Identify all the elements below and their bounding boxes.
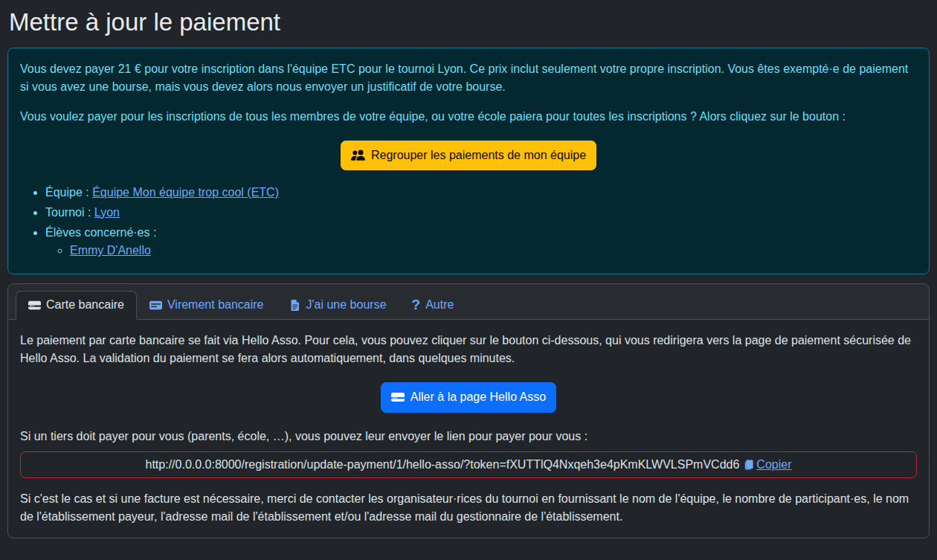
group-payments-button[interactable]: Regrouper les paiements de mon équipe (341, 141, 596, 170)
tab-autre-label: Autre (425, 298, 454, 312)
tab-jai-une-bourse[interactable]: J'ai une bourse (277, 291, 399, 320)
list-item-students: Élèves concerné·es : Emmy D'Anello (45, 224, 917, 261)
helloasso-button-row: Aller à la page Hello Asso (20, 382, 917, 412)
helloasso-button-label: Aller à la page Hello Asso (410, 389, 546, 405)
tab-carte-bancaire-label: Carte bancaire (46, 298, 124, 312)
credit-card-icon (391, 390, 405, 404)
group-payments-button-label: Regrouper les paiements de mon équipe (371, 147, 586, 164)
copy-link[interactable]: Copier (743, 458, 791, 472)
students-sublist: Emmy D'Anello (45, 242, 917, 260)
question-mark-icon (412, 297, 421, 312)
payment-link-url: http://0.0.0.0:8000/registration/update-… (146, 458, 740, 472)
credit-card-icon (28, 299, 41, 312)
bank-transfer-icon (149, 299, 162, 312)
student-link[interactable]: Emmy D'Anello (70, 244, 151, 257)
group-button-row: Regrouper les paiements de mon équipe (20, 141, 917, 170)
team-link[interactable]: Équipe Mon équipe trop cool (ETC) (92, 186, 279, 199)
alert-paragraph-group: Vous voulez payer pour les inscriptions … (20, 108, 917, 126)
payment-info-alert: Vous devez payer 21 € pour votre inscrip… (7, 48, 930, 275)
payment-methods-card: Carte bancaire Virement bancaire (7, 283, 930, 538)
team-label: Équipe : (45, 186, 89, 199)
copy-icon (743, 459, 754, 471)
list-item-team: Équipe : Équipe Mon équipe trop cool (ET… (45, 184, 917, 202)
panel-paragraph-helloasso: Le paiement par carte bancaire se fait v… (20, 332, 917, 367)
page-title: Mettre à jour le paiement (9, 7, 928, 37)
tab-virement-bancaire-label: Virement bancaire (167, 298, 264, 312)
tab-carte-bancaire[interactable]: Carte bancaire (16, 291, 137, 320)
tab-jai-une-bourse-label: J'ai une bourse (306, 298, 387, 312)
list-item-student: Emmy D'Anello (70, 242, 917, 260)
alert-paragraph-price: Vous devez payer 21 € pour votre inscrip… (20, 60, 917, 96)
people-group-icon (351, 148, 365, 162)
payment-method-tabs: Carte bancaire Virement bancaire (8, 284, 929, 320)
document-icon (289, 299, 301, 312)
tab-autre[interactable]: Autre (399, 290, 467, 320)
tab-virement-bancaire[interactable]: Virement bancaire (137, 291, 277, 320)
students-label: Élèves concerné·es : (45, 226, 156, 239)
page: Mettre à jour le paiement Vous devez pay… (0, 0, 937, 560)
tournament-label: Tournoi : (45, 206, 91, 219)
panel-paragraph-third-party: Si un tiers doit payer pour vous (parent… (20, 428, 917, 445)
payment-link-box: http://0.0.0.0:8000/registration/update-… (20, 451, 917, 478)
copy-link-label: Copier (756, 458, 791, 472)
registration-info-list: Équipe : Équipe Mon équipe trop cool (ET… (20, 184, 917, 260)
list-item-tournament: Tournoi : Lyon (45, 204, 917, 222)
carte-bancaire-panel: Le paiement par carte bancaire se fait v… (8, 320, 929, 537)
tournament-link[interactable]: Lyon (94, 206, 120, 219)
panel-paragraph-invoice: Si c'est le cas et si une facture est né… (20, 490, 917, 526)
helloasso-button[interactable]: Aller à la page Hello Asso (381, 382, 556, 412)
